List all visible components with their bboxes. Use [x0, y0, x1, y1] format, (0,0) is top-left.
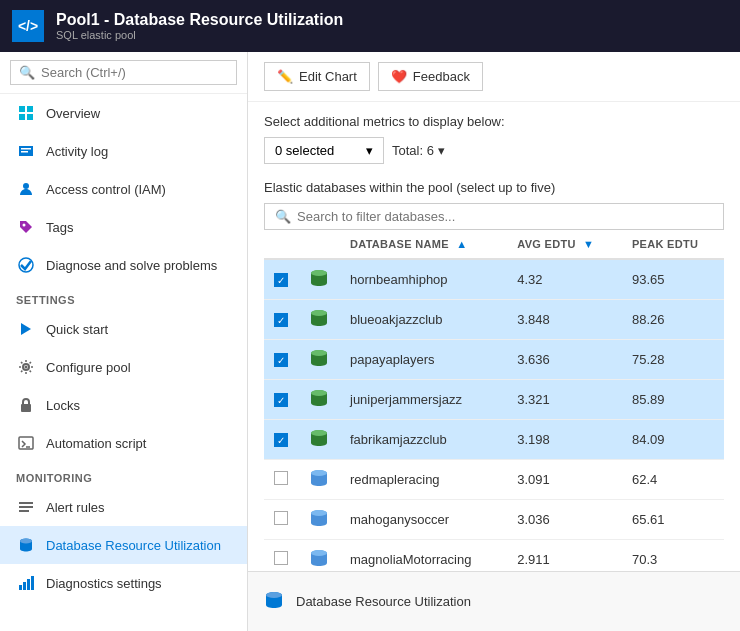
search-box[interactable]: 🔍 — [0, 52, 247, 94]
row-checkbox[interactable]: ✓ — [274, 393, 288, 407]
nav-item-diagnose[interactable]: Diagnose and solve problems — [0, 246, 247, 284]
quickstart-icon — [16, 319, 36, 339]
db-avg-edtu-cell: 3.321 — [507, 380, 622, 420]
nav-label-overview: Overview — [46, 106, 100, 121]
db-avg-edtu-cell: 4.32 — [507, 259, 622, 300]
db-icon — [308, 507, 330, 532]
db-icon — [308, 347, 330, 372]
nav-item-alert-rules[interactable]: Alert rules — [0, 488, 247, 526]
nav-item-configure-pool[interactable]: Configure pool — [0, 348, 247, 386]
automation-icon — [16, 433, 36, 453]
db-peak-edtu-cell: 85.89 — [622, 380, 724, 420]
row-checkbox[interactable]: ✓ — [274, 273, 288, 287]
svg-point-25 — [311, 270, 327, 276]
svg-point-35 — [311, 470, 327, 476]
svg-point-8 — [23, 224, 26, 227]
nav-label-db-resource: Database Resource Utilization — [46, 538, 221, 553]
feedback-button[interactable]: ❤️ Feedback — [378, 62, 483, 91]
nav-label-diagnose: Diagnose and solve problems — [46, 258, 217, 273]
edit-chart-label: Edit Chart — [299, 69, 357, 84]
nav-label-alert-rules: Alert rules — [46, 500, 105, 515]
table-row[interactable]: ✓ fabrikamjazzclub3.19884.09 — [264, 420, 724, 460]
table-row[interactable]: mahoganysoccer3.03665.61 — [264, 500, 724, 540]
svg-point-12 — [25, 366, 28, 369]
settings-section-label: SETTINGS — [0, 284, 247, 310]
locks-icon — [16, 395, 36, 415]
metrics-select-row: 0 selected ▾ Total: 6 ▾ — [264, 137, 724, 164]
row-checkbox[interactable]: ✓ — [274, 433, 288, 447]
db-peak-edtu-cell: 93.65 — [622, 259, 724, 300]
db-search-input[interactable] — [297, 209, 713, 224]
svg-rect-22 — [27, 579, 30, 590]
table-row[interactable]: redmapleracing3.09162.4 — [264, 460, 724, 500]
row-checkbox[interactable]: ✓ — [274, 353, 288, 367]
col-header-peak-edtu: PEAK EDTU — [622, 230, 724, 259]
diagnostics-icon — [16, 573, 36, 593]
svg-rect-16 — [19, 506, 33, 508]
nav-label-activity-log: Activity log — [46, 144, 108, 159]
nav-item-db-resource[interactable]: Database Resource Utilization — [0, 526, 247, 564]
nav-item-quick-start[interactable]: Quick start — [0, 310, 247, 348]
svg-point-37 — [311, 510, 327, 516]
table-row[interactable]: ✓ blueoakjazzclub3.84888.26 — [264, 300, 724, 340]
db-peak-edtu-cell: 75.28 — [622, 340, 724, 380]
svg-point-29 — [311, 350, 327, 356]
page-subtitle: SQL elastic pool — [56, 29, 343, 41]
nav-item-activity-log[interactable]: Activity log — [0, 132, 247, 170]
table-row[interactable]: ✓ juniperjammersjazz3.32185.89 — [264, 380, 724, 420]
svg-marker-10 — [21, 323, 31, 335]
app-header: </> Pool1 - Database Resource Utilizatio… — [0, 0, 740, 52]
table-row[interactable]: ✓ papayaplayers3.63675.28 — [264, 340, 724, 380]
row-checkbox[interactable] — [274, 551, 288, 565]
col-header-db-name[interactable]: DATABASE NAME ▲ — [340, 230, 507, 259]
nav-item-access-control[interactable]: Access control (IAM) — [0, 170, 247, 208]
nav-item-automation-script[interactable]: Automation script — [0, 424, 247, 462]
col-header-avg-edtu[interactable]: AVG EDTU ▼ — [507, 230, 622, 259]
nav-label-locks: Locks — [46, 398, 80, 413]
db-name-cell: mahoganysoccer — [340, 500, 507, 540]
svg-point-19 — [20, 539, 32, 544]
metrics-total: Total: 6 ▾ — [392, 143, 445, 158]
nav-label-automation-script: Automation script — [46, 436, 146, 451]
svg-rect-3 — [27, 114, 33, 120]
diagnose-icon — [16, 255, 36, 275]
nav-label-quick-start: Quick start — [46, 322, 108, 337]
db-search-icon: 🔍 — [275, 209, 291, 224]
search-input[interactable] — [41, 65, 228, 80]
row-checkbox[interactable] — [274, 471, 288, 485]
nav-item-diagnostics[interactable]: Diagnostics settings — [0, 564, 247, 602]
nav-item-overview[interactable]: Overview — [0, 94, 247, 132]
db-search-box[interactable]: 🔍 — [264, 203, 724, 230]
db-icon — [308, 307, 330, 332]
dropdown-chevron-icon: ▾ — [366, 143, 373, 158]
svg-rect-2 — [19, 114, 25, 120]
nav-item-locks[interactable]: Locks — [0, 386, 247, 424]
db-icon — [308, 427, 330, 452]
app-icon: </> — [12, 10, 44, 42]
db-peak-edtu-cell: 65.61 — [622, 500, 724, 540]
nav-label-configure-pool: Configure pool — [46, 360, 131, 375]
svg-rect-13 — [21, 404, 31, 412]
metrics-dropdown[interactable]: 0 selected ▾ — [264, 137, 384, 164]
row-checkbox[interactable]: ✓ — [274, 313, 288, 327]
sidebar: 🔍 Overview Activity log Access control (… — [0, 52, 248, 631]
edit-chart-button[interactable]: ✏️ Edit Chart — [264, 62, 370, 91]
svg-rect-0 — [19, 106, 25, 112]
svg-point-39 — [311, 550, 327, 556]
nav-item-tags[interactable]: Tags — [0, 208, 247, 246]
svg-point-33 — [311, 430, 327, 436]
db-name-cell: redmapleracing — [340, 460, 507, 500]
table-row[interactable]: ✓ hornbeamhiphop4.3293.65 — [264, 259, 724, 300]
table-row[interactable]: magnoliaMotorracing2.91170.3 — [264, 540, 724, 572]
toolbar: ✏️ Edit Chart ❤️ Feedback — [248, 52, 740, 102]
db-icon — [308, 267, 330, 292]
nav-label-diagnostics: Diagnostics settings — [46, 576, 162, 591]
db-avg-edtu-cell: 2.911 — [507, 540, 622, 572]
row-checkbox[interactable] — [274, 511, 288, 525]
nav-label-access-control: Access control (IAM) — [46, 182, 166, 197]
db-peak-edtu-cell: 70.3 — [622, 540, 724, 572]
svg-rect-17 — [19, 510, 29, 512]
db-avg-edtu-cell: 3.091 — [507, 460, 622, 500]
svg-rect-15 — [19, 502, 33, 504]
svg-point-7 — [23, 183, 29, 189]
